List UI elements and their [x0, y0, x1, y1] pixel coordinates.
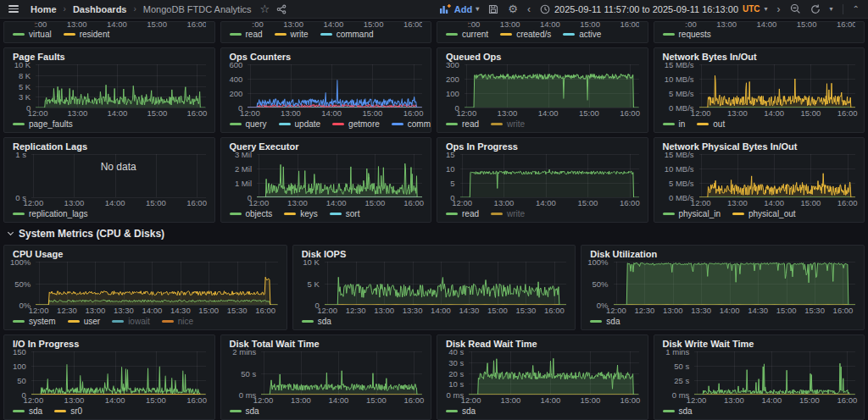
legend-item-sda[interactable]: sda — [590, 317, 620, 326]
plot-region-disk-utilization[interactable] — [614, 262, 855, 305]
plot-region-ops-counters[interactable] — [248, 64, 422, 108]
y-tick-label: 50% — [593, 279, 609, 288]
panel-title-queued-ops[interactable]: Queued Ops — [437, 48, 648, 63]
legend-item-nice[interactable]: nice — [162, 317, 193, 326]
legend-item-replication-lags[interactable]: replication_lags — [13, 209, 88, 218]
legend-item-write[interactable]: write — [275, 30, 309, 39]
plot-region-disk-read-wait[interactable] — [469, 351, 638, 395]
panel-title-io-in-progress[interactable]: I/O In Progress — [4, 335, 214, 350]
section-header-system-metrics[interactable]: System Metrics (CPU & Disks) — [3, 227, 865, 240]
legend-label: nice — [178, 317, 193, 326]
plot-region-cpu-usage[interactable] — [36, 262, 277, 305]
legend-item-resident[interactable]: resident — [64, 30, 110, 39]
legend-item-keys[interactable]: keys — [284, 209, 318, 218]
legend-item-virtual[interactable]: virtual — [13, 30, 52, 39]
plot-region-query-executor[interactable] — [257, 154, 422, 197]
panel-title-replication-lags[interactable]: Replication Lags — [4, 138, 214, 152]
share-icon[interactable] — [276, 4, 287, 14]
chart-queued-ops: 300200100012:0013:0014:0015:0016:00 — [437, 63, 648, 118]
plot-region-disk-write-wait[interactable] — [694, 351, 855, 395]
panel-title-page-faults[interactable]: Page Faults — [4, 48, 214, 63]
x-tick-label: 13:00 — [494, 198, 515, 207]
panel-title-ops-in-progress[interactable]: Ops In Progress — [437, 138, 648, 152]
legend-item-created-s[interactable]: created/s — [500, 30, 551, 39]
zoom-out-icon[interactable] — [790, 3, 801, 14]
legend-item-command[interactable]: command — [392, 119, 431, 129]
x-tick-label: 13:00 — [68, 108, 88, 118]
legend-label: read — [462, 119, 479, 129]
legend-item-write[interactable]: write — [491, 119, 525, 129]
legend-item-write[interactable]: write — [491, 209, 525, 218]
legend-item-sda[interactable]: sda — [230, 406, 259, 416]
star-icon[interactable]: ☆ — [260, 3, 270, 14]
legend-item-active[interactable]: active — [563, 30, 601, 39]
legend-item-command[interactable]: command — [320, 30, 374, 39]
plot-region-disk-iops[interactable] — [325, 262, 566, 305]
panel-title-ops-counters[interactable]: Ops Counters — [221, 48, 431, 63]
legend-item-getmore[interactable]: getmore — [332, 119, 380, 129]
plot-region-disk-total-wait[interactable] — [261, 351, 422, 395]
chevron-up-icon[interactable]: ⌃ — [853, 5, 860, 14]
plot-region-network-bytes[interactable] — [699, 64, 855, 108]
legend-item-objects[interactable]: objects — [230, 209, 273, 218]
legend-swatch — [68, 320, 80, 323]
refresh-icon[interactable] — [810, 4, 821, 14]
legend-item-sda[interactable]: sda — [446, 406, 476, 416]
chart-series-svg — [31, 351, 206, 395]
panel-legend: sda — [581, 315, 864, 329]
y-tick-label: 5 K — [308, 279, 320, 288]
legend-item-read[interactable]: read — [446, 119, 479, 129]
x-tick-label: 15:30 — [227, 306, 248, 315]
legend-item-out[interactable]: out — [697, 119, 725, 129]
legend-item-physical-out[interactable]: physical_out — [732, 209, 796, 218]
y-tick-label: 20 s — [448, 368, 464, 378]
panel-title-disk-read-wait[interactable]: Disk Read Wait Time — [437, 335, 648, 350]
x-tick-label: 12:30 — [57, 306, 77, 315]
legend-item-update[interactable]: update — [279, 119, 321, 129]
save-icon[interactable] — [488, 4, 498, 14]
y-tick-label: 40 s — [448, 347, 464, 356]
legend-item-system[interactable]: system — [13, 317, 56, 326]
legend-item-sda[interactable]: sda — [13, 406, 42, 416]
plot-region-io-in-progress[interactable] — [31, 351, 206, 395]
legend-item-sort[interactable]: sort — [330, 209, 360, 218]
x-tick-label: 14:00 — [756, 22, 776, 29]
panel-title-disk-utilization[interactable]: Disk Utilization — [581, 246, 864, 260]
gear-icon[interactable]: ⚙ — [508, 3, 518, 14]
plot-region-network-physical[interactable] — [699, 154, 855, 197]
breadcrumb-item-dashboards[interactable]: Dashboards — [73, 4, 127, 14]
hamburger-menu-icon[interactable] — [8, 5, 19, 13]
legend-item-sr0[interactable]: sr0 — [54, 406, 82, 416]
plot-region-queued-ops[interactable] — [465, 64, 639, 108]
refresh-interval-caret-icon[interactable]: ▾ — [830, 5, 833, 13]
plot-region-replication-lags[interactable]: No data — [31, 154, 206, 197]
legend-item-read[interactable]: read — [230, 30, 263, 39]
add-button[interactable]: Add ▾ — [440, 4, 479, 14]
caret-down-icon: ▾ — [476, 5, 479, 13]
legend-item-sda[interactable]: sda — [663, 406, 693, 416]
time-range-picker[interactable]: 2025-09-11 11:57:00 to 2025-09-11 16:13:… — [540, 4, 768, 14]
legend-item-query[interactable]: query — [230, 119, 267, 129]
legend-item-current[interactable]: current — [446, 30, 488, 39]
x-tick-label: 12:00 — [461, 395, 481, 405]
legend-item-requests[interactable]: requests — [663, 30, 711, 39]
time-shift-back-icon[interactable]: ‹ — [527, 4, 531, 14]
legend-item-read[interactable]: read — [446, 209, 479, 218]
time-shift-forward-icon[interactable]: › — [777, 4, 781, 14]
x-tick-label: 13:00 — [374, 306, 394, 315]
legend-item-in[interactable]: in — [663, 119, 686, 129]
legend-item-physical-in[interactable]: physical_in — [663, 209, 721, 218]
panel-title-query-executor[interactable]: Query Executor — [221, 138, 431, 152]
legend-item-sda[interactable]: sda — [302, 317, 331, 326]
breadcrumb-item-home[interactable]: Home — [31, 4, 57, 14]
legend-item-iowait[interactable]: iowait — [112, 317, 150, 326]
legend-item-user[interactable]: user — [68, 317, 100, 326]
plot-region-ops-in-progress[interactable] — [460, 154, 639, 197]
chart-disk-utilization: 100%50%0%12:0012:3013:0013:3014:0014:301… — [581, 260, 864, 315]
breadcrumb-item-mongodb-ftdc-analytics[interactable]: MongoDB FTDC Analytics — [143, 4, 252, 14]
plot-region-page-faults[interactable] — [36, 64, 205, 108]
legend-item-page-faults[interactable]: page_faults — [13, 119, 73, 129]
panel-title-cpu-usage[interactable]: CPU Usage — [4, 246, 287, 260]
panel-title-disk-iops[interactable]: Disk IOPS — [293, 246, 576, 260]
x-tick-label: 15:00 — [364, 22, 384, 29]
